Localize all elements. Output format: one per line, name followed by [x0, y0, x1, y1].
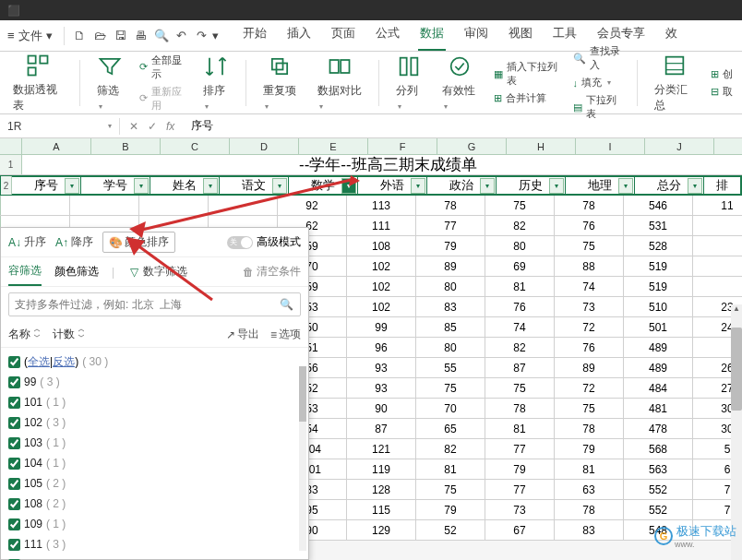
cell[interactable]: 77 — [485, 439, 555, 459]
count-column-header[interactable]: 计数 — [53, 327, 86, 342]
file-menu[interactable]: ≡ 文件 ▾ — [7, 28, 53, 44]
scrollbar-thumb[interactable] — [731, 328, 742, 411]
header-cell[interactable]: 地理▾ — [566, 176, 635, 195]
save-icon[interactable]: 🖫 — [111, 26, 131, 46]
new-icon[interactable]: 🗋 — [70, 26, 90, 46]
cell[interactable]: 510 — [624, 297, 693, 316]
filter-item-checkbox[interactable] — [8, 478, 20, 490]
filter-item[interactable]: 102( 3 ) — [8, 412, 301, 433]
cell[interactable]: 102 — [347, 297, 416, 316]
print-icon[interactable]: 🖶 — [131, 26, 151, 46]
tab-data[interactable]: 数据 — [418, 21, 446, 51]
cell[interactable]: 77 — [485, 480, 555, 499]
col-header[interactable]: J — [645, 138, 714, 154]
cell[interactable]: 78 — [555, 500, 624, 519]
cell[interactable]: 83 — [555, 520, 624, 540]
reapply-button[interactable]: ⟳重新应用 — [139, 85, 186, 113]
cell[interactable]: 76 — [485, 297, 555, 316]
tab-insert[interactable]: 插入 — [285, 21, 313, 51]
cell[interactable]: 87 — [347, 419, 416, 438]
cell[interactable] — [693, 216, 742, 235]
redo-icon[interactable]: ↷ — [192, 26, 212, 46]
filter-dropdown-icon[interactable]: ▾ — [65, 178, 79, 194]
cell[interactable]: 65 — [416, 419, 485, 438]
toggle-switch[interactable]: 关 — [227, 236, 253, 249]
cell[interactable]: 99 — [347, 317, 416, 337]
col-header[interactable]: F — [368, 138, 437, 154]
tab-formula[interactable]: 公式 — [374, 21, 401, 51]
header-cell-active[interactable]: 数学▾ — [289, 176, 358, 195]
cell[interactable]: 76 — [555, 338, 624, 357]
tab-view[interactable]: 视图 — [507, 21, 534, 51]
scrollbar-thumb[interactable] — [299, 366, 306, 422]
cell[interactable]: 102 — [347, 277, 416, 296]
cell[interactable]: 83 — [416, 297, 485, 316]
cell[interactable]: 501 — [624, 317, 693, 337]
cell[interactable]: 519 — [624, 277, 693, 296]
cell[interactable]: 11 — [693, 196, 742, 215]
cell[interactable]: 89 — [555, 358, 624, 377]
export-button[interactable]: ↗导出 — [226, 327, 259, 342]
dropdown-insert-button[interactable]: ▦插入下拉列表 — [494, 60, 560, 88]
col-header[interactable]: D — [230, 138, 299, 154]
header-cell[interactable]: 总分▾ — [635, 176, 704, 195]
cell[interactable]: 81 — [485, 419, 555, 438]
filter-item-checkbox[interactable] — [8, 539, 20, 551]
header-cell[interactable]: 政治▾ — [427, 176, 497, 195]
duplicates-button[interactable]: 重复项▾ — [259, 52, 302, 113]
cell[interactable]: 484 — [624, 378, 693, 398]
tab-page[interactable]: 页面 — [329, 21, 357, 51]
filter-item-checkbox[interactable] — [8, 498, 20, 510]
cell[interactable]: 82 — [485, 338, 555, 357]
cell[interactable] — [693, 277, 742, 296]
cell[interactable]: 80 — [485, 236, 555, 256]
cell[interactable]: 55 — [416, 358, 485, 377]
cell[interactable] — [693, 256, 742, 276]
tab-review[interactable]: 审阅 — [462, 21, 490, 51]
col-header[interactable]: A — [22, 138, 91, 154]
preview-icon[interactable]: 🔍 — [151, 26, 172, 46]
cell[interactable]: 85 — [416, 317, 485, 337]
fill-button[interactable]: ↓填充▾ — [573, 76, 625, 89]
record-button[interactable]: 🔍查找录入 — [573, 44, 625, 72]
tab-start[interactable]: 开始 — [241, 21, 269, 51]
select-all-checkbox[interactable] — [8, 356, 20, 368]
cell[interactable]: 78 — [555, 196, 624, 215]
cell[interactable]: 87 — [485, 358, 555, 377]
listcol-button[interactable]: ▤下拉列表 — [573, 93, 625, 121]
filter-item[interactable]: 113( 1 ) — [8, 554, 301, 560]
header-cell[interactable]: 历史▾ — [497, 176, 566, 195]
cell[interactable]: 80 — [416, 338, 485, 357]
col-header[interactable]: C — [161, 138, 230, 154]
color-sort-button[interactable]: 🎨颜色排序 — [102, 232, 175, 253]
search-icon[interactable]: 🔍 — [280, 298, 293, 311]
accept-fx-icon[interactable]: ✓ — [148, 120, 157, 133]
cell[interactable]: 88 — [555, 256, 624, 276]
row-header[interactable]: 2 — [1, 176, 12, 195]
row-header[interactable]: 1 — [0, 155, 22, 174]
filter-item[interactable]: 111( 3 ) — [8, 534, 301, 554]
cell[interactable]: 563 — [624, 459, 693, 479]
filter-item[interactable]: 105( 2 ) — [8, 473, 301, 494]
cell[interactable]: 115 — [347, 500, 416, 519]
qat-dropdown[interactable]: ▾ — [212, 29, 219, 42]
cell[interactable]: 78 — [555, 419, 624, 438]
cell[interactable]: 73 — [555, 297, 624, 316]
cell[interactable]: 75 — [555, 399, 624, 418]
filter-dropdown-icon[interactable]: ▾ — [411, 178, 425, 194]
cell[interactable]: 102 — [347, 256, 416, 276]
header-cell[interactable]: 外语▾ — [358, 176, 427, 195]
filter-item-checkbox[interactable] — [8, 417, 20, 429]
cell[interactable]: 75 — [485, 196, 555, 215]
sort-asc-button[interactable]: A↓升序 — [8, 234, 46, 250]
sort-button[interactable]: 排序▾ — [199, 52, 233, 113]
cell[interactable]: 69 — [485, 256, 555, 276]
content-filter-tab[interactable]: 容筛选 — [8, 257, 42, 286]
cell[interactable]: 92 — [278, 196, 347, 215]
fx-icon[interactable]: fx — [166, 120, 174, 133]
name-box[interactable]: 1R▾ — [0, 118, 120, 135]
filter-dropdown-icon[interactable]: ▾ — [203, 178, 218, 194]
cell[interactable]: 552 — [624, 480, 693, 499]
cancel-fx-icon[interactable]: ✕ — [129, 120, 138, 133]
cell[interactable]: 546 — [624, 196, 693, 215]
